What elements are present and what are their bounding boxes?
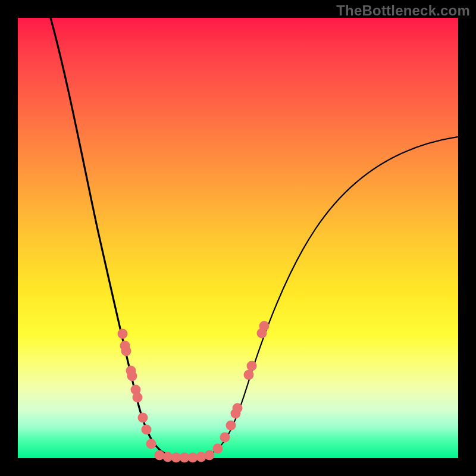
- data-point: [196, 452, 206, 462]
- data-point: [233, 403, 243, 414]
- plot-area: [18, 18, 458, 458]
- curve-group: [51, 18, 458, 457]
- curve-left-arm: [51, 18, 178, 457]
- data-point: [121, 346, 131, 356]
- data-point: [259, 321, 270, 331]
- points-group: [118, 321, 270, 463]
- data-point: [146, 439, 156, 449]
- data-point: [142, 425, 152, 435]
- outer-frame: TheBottleneck.com: [0, 0, 476, 476]
- watermark-text: TheBottleneck.com: [336, 2, 470, 19]
- data-point: [133, 393, 143, 403]
- chart-svg: [18, 18, 458, 458]
- data-point: [247, 361, 257, 371]
- data-point: [220, 433, 230, 443]
- data-point: [205, 450, 215, 461]
- data-point: [226, 421, 236, 431]
- data-point: [155, 450, 165, 461]
- data-point: [118, 329, 128, 339]
- data-point: [244, 370, 254, 380]
- data-point: [213, 444, 223, 454]
- data-point: [138, 413, 148, 423]
- data-point: [127, 371, 137, 381]
